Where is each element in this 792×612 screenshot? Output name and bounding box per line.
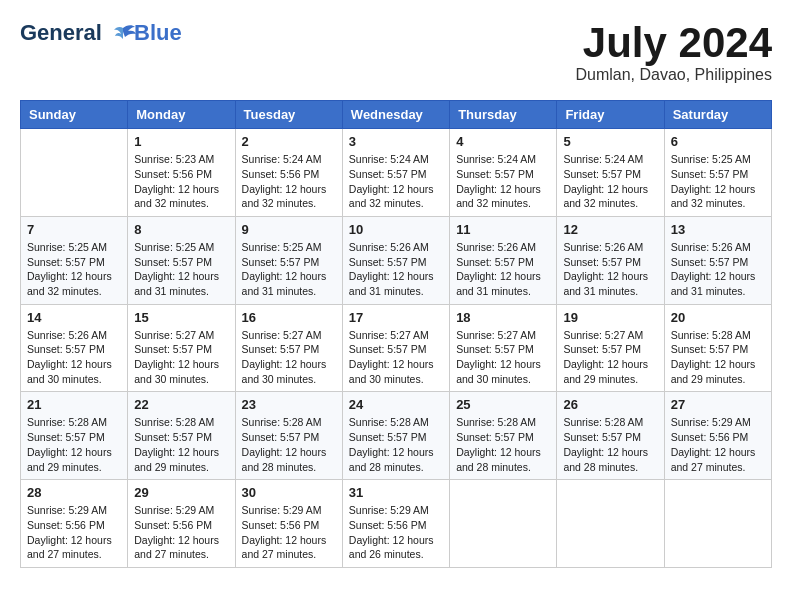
day-info: Sunrise: 5:29 AM Sunset: 5:56 PM Dayligh… bbox=[27, 503, 121, 562]
calendar-cell: 8Sunrise: 5:25 AM Sunset: 5:57 PM Daylig… bbox=[128, 216, 235, 304]
calendar-cell: 25Sunrise: 5:28 AM Sunset: 5:57 PM Dayli… bbox=[450, 392, 557, 480]
day-number: 5 bbox=[563, 134, 657, 149]
day-number: 9 bbox=[242, 222, 336, 237]
calendar-cell: 28Sunrise: 5:29 AM Sunset: 5:56 PM Dayli… bbox=[21, 480, 128, 568]
day-number: 14 bbox=[27, 310, 121, 325]
calendar-cell: 22Sunrise: 5:28 AM Sunset: 5:57 PM Dayli… bbox=[128, 392, 235, 480]
day-number: 3 bbox=[349, 134, 443, 149]
day-info: Sunrise: 5:27 AM Sunset: 5:57 PM Dayligh… bbox=[456, 328, 550, 387]
day-number: 31 bbox=[349, 485, 443, 500]
day-number: 27 bbox=[671, 397, 765, 412]
day-info: Sunrise: 5:24 AM Sunset: 5:57 PM Dayligh… bbox=[563, 152, 657, 211]
day-info: Sunrise: 5:28 AM Sunset: 5:57 PM Dayligh… bbox=[242, 415, 336, 474]
calendar-cell: 1Sunrise: 5:23 AM Sunset: 5:56 PM Daylig… bbox=[128, 129, 235, 217]
calendar-cell: 2Sunrise: 5:24 AM Sunset: 5:56 PM Daylig… bbox=[235, 129, 342, 217]
calendar-cell: 6Sunrise: 5:25 AM Sunset: 5:57 PM Daylig… bbox=[664, 129, 771, 217]
calendar-cell: 11Sunrise: 5:26 AM Sunset: 5:57 PM Dayli… bbox=[450, 216, 557, 304]
week-row: 1Sunrise: 5:23 AM Sunset: 5:56 PM Daylig… bbox=[21, 129, 772, 217]
day-info: Sunrise: 5:28 AM Sunset: 5:57 PM Dayligh… bbox=[456, 415, 550, 474]
location: Dumlan, Davao, Philippines bbox=[575, 66, 772, 84]
day-info: Sunrise: 5:26 AM Sunset: 5:57 PM Dayligh… bbox=[27, 328, 121, 387]
week-row: 7Sunrise: 5:25 AM Sunset: 5:57 PM Daylig… bbox=[21, 216, 772, 304]
calendar-cell: 26Sunrise: 5:28 AM Sunset: 5:57 PM Dayli… bbox=[557, 392, 664, 480]
calendar-cell: 27Sunrise: 5:29 AM Sunset: 5:56 PM Dayli… bbox=[664, 392, 771, 480]
day-number: 19 bbox=[563, 310, 657, 325]
day-header-thursday: Thursday bbox=[450, 101, 557, 129]
day-number: 4 bbox=[456, 134, 550, 149]
day-info: Sunrise: 5:24 AM Sunset: 5:56 PM Dayligh… bbox=[242, 152, 336, 211]
calendar-cell: 15Sunrise: 5:27 AM Sunset: 5:57 PM Dayli… bbox=[128, 304, 235, 392]
week-row: 14Sunrise: 5:26 AM Sunset: 5:57 PM Dayli… bbox=[21, 304, 772, 392]
day-info: Sunrise: 5:26 AM Sunset: 5:57 PM Dayligh… bbox=[456, 240, 550, 299]
calendar-cell: 31Sunrise: 5:29 AM Sunset: 5:56 PM Dayli… bbox=[342, 480, 449, 568]
calendar-cell: 9Sunrise: 5:25 AM Sunset: 5:57 PM Daylig… bbox=[235, 216, 342, 304]
day-number: 21 bbox=[27, 397, 121, 412]
day-number: 30 bbox=[242, 485, 336, 500]
week-row: 21Sunrise: 5:28 AM Sunset: 5:57 PM Dayli… bbox=[21, 392, 772, 480]
day-info: Sunrise: 5:27 AM Sunset: 5:57 PM Dayligh… bbox=[134, 328, 228, 387]
day-info: Sunrise: 5:28 AM Sunset: 5:57 PM Dayligh… bbox=[27, 415, 121, 474]
calendar-cell: 7Sunrise: 5:25 AM Sunset: 5:57 PM Daylig… bbox=[21, 216, 128, 304]
logo-text: General bbox=[20, 20, 136, 45]
day-number: 2 bbox=[242, 134, 336, 149]
day-number: 10 bbox=[349, 222, 443, 237]
day-info: Sunrise: 5:23 AM Sunset: 5:56 PM Dayligh… bbox=[134, 152, 228, 211]
calendar-cell: 12Sunrise: 5:26 AM Sunset: 5:57 PM Dayli… bbox=[557, 216, 664, 304]
day-info: Sunrise: 5:28 AM Sunset: 5:57 PM Dayligh… bbox=[563, 415, 657, 474]
calendar-cell: 23Sunrise: 5:28 AM Sunset: 5:57 PM Dayli… bbox=[235, 392, 342, 480]
calendar-cell: 13Sunrise: 5:26 AM Sunset: 5:57 PM Dayli… bbox=[664, 216, 771, 304]
day-info: Sunrise: 5:26 AM Sunset: 5:57 PM Dayligh… bbox=[671, 240, 765, 299]
month-year: July 2024 bbox=[575, 20, 772, 66]
day-number: 29 bbox=[134, 485, 228, 500]
logo-bird-icon bbox=[110, 24, 136, 46]
day-info: Sunrise: 5:27 AM Sunset: 5:57 PM Dayligh… bbox=[242, 328, 336, 387]
calendar-cell: 24Sunrise: 5:28 AM Sunset: 5:57 PM Dayli… bbox=[342, 392, 449, 480]
calendar-cell: 4Sunrise: 5:24 AM Sunset: 5:57 PM Daylig… bbox=[450, 129, 557, 217]
day-number: 28 bbox=[27, 485, 121, 500]
day-info: Sunrise: 5:29 AM Sunset: 5:56 PM Dayligh… bbox=[671, 415, 765, 474]
day-info: Sunrise: 5:29 AM Sunset: 5:56 PM Dayligh… bbox=[134, 503, 228, 562]
calendar-cell: 17Sunrise: 5:27 AM Sunset: 5:57 PM Dayli… bbox=[342, 304, 449, 392]
day-number: 1 bbox=[134, 134, 228, 149]
day-number: 12 bbox=[563, 222, 657, 237]
calendar-cell: 29Sunrise: 5:29 AM Sunset: 5:56 PM Dayli… bbox=[128, 480, 235, 568]
day-info: Sunrise: 5:25 AM Sunset: 5:57 PM Dayligh… bbox=[242, 240, 336, 299]
day-number: 23 bbox=[242, 397, 336, 412]
day-info: Sunrise: 5:29 AM Sunset: 5:56 PM Dayligh… bbox=[242, 503, 336, 562]
calendar-cell: 20Sunrise: 5:28 AM Sunset: 5:57 PM Dayli… bbox=[664, 304, 771, 392]
day-header-saturday: Saturday bbox=[664, 101, 771, 129]
calendar-cell: 16Sunrise: 5:27 AM Sunset: 5:57 PM Dayli… bbox=[235, 304, 342, 392]
day-header-tuesday: Tuesday bbox=[235, 101, 342, 129]
day-header-friday: Friday bbox=[557, 101, 664, 129]
day-header-monday: Monday bbox=[128, 101, 235, 129]
day-number: 24 bbox=[349, 397, 443, 412]
week-row: 28Sunrise: 5:29 AM Sunset: 5:56 PM Dayli… bbox=[21, 480, 772, 568]
calendar-cell bbox=[21, 129, 128, 217]
day-info: Sunrise: 5:25 AM Sunset: 5:57 PM Dayligh… bbox=[27, 240, 121, 299]
day-header-wednesday: Wednesday bbox=[342, 101, 449, 129]
day-info: Sunrise: 5:28 AM Sunset: 5:57 PM Dayligh… bbox=[349, 415, 443, 474]
day-number: 13 bbox=[671, 222, 765, 237]
day-info: Sunrise: 5:24 AM Sunset: 5:57 PM Dayligh… bbox=[349, 152, 443, 211]
calendar-cell: 19Sunrise: 5:27 AM Sunset: 5:57 PM Dayli… bbox=[557, 304, 664, 392]
title-block: July 2024 Dumlan, Davao, Philippines bbox=[575, 20, 772, 84]
calendar-cell: 10Sunrise: 5:26 AM Sunset: 5:57 PM Dayli… bbox=[342, 216, 449, 304]
day-number: 11 bbox=[456, 222, 550, 237]
page-header: General Blue July 2024 Dumlan, Davao, Ph… bbox=[20, 20, 772, 84]
day-info: Sunrise: 5:29 AM Sunset: 5:56 PM Dayligh… bbox=[349, 503, 443, 562]
day-number: 25 bbox=[456, 397, 550, 412]
day-info: Sunrise: 5:27 AM Sunset: 5:57 PM Dayligh… bbox=[349, 328, 443, 387]
day-info: Sunrise: 5:25 AM Sunset: 5:57 PM Dayligh… bbox=[134, 240, 228, 299]
day-number: 18 bbox=[456, 310, 550, 325]
day-number: 26 bbox=[563, 397, 657, 412]
day-header-sunday: Sunday bbox=[21, 101, 128, 129]
header-row: SundayMondayTuesdayWednesdayThursdayFrid… bbox=[21, 101, 772, 129]
day-number: 15 bbox=[134, 310, 228, 325]
calendar-cell bbox=[557, 480, 664, 568]
calendar-cell: 30Sunrise: 5:29 AM Sunset: 5:56 PM Dayli… bbox=[235, 480, 342, 568]
day-number: 6 bbox=[671, 134, 765, 149]
logo: General Blue bbox=[20, 20, 182, 46]
calendar-table: SundayMondayTuesdayWednesdayThursdayFrid… bbox=[20, 100, 772, 568]
day-info: Sunrise: 5:28 AM Sunset: 5:57 PM Dayligh… bbox=[671, 328, 765, 387]
calendar-cell: 14Sunrise: 5:26 AM Sunset: 5:57 PM Dayli… bbox=[21, 304, 128, 392]
